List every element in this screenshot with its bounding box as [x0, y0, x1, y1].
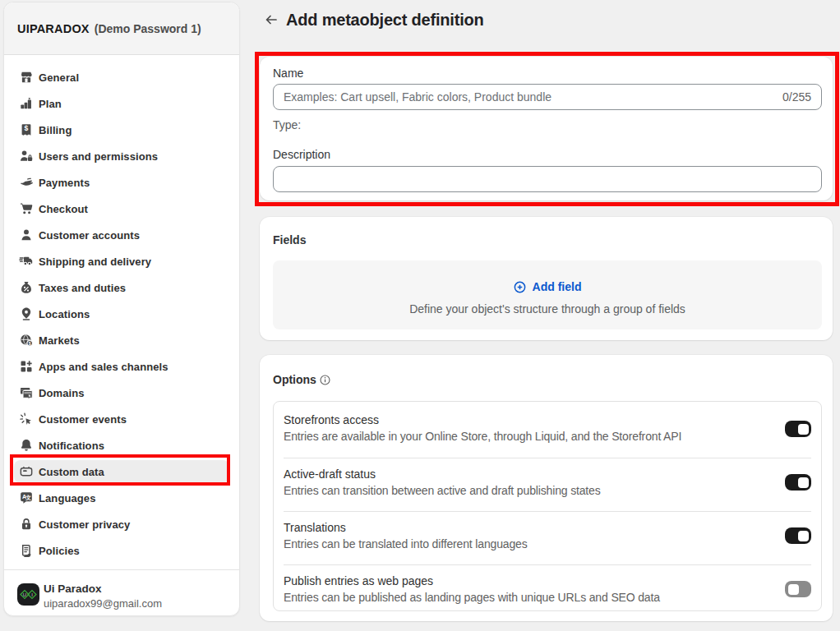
svg-text:文: 文: [25, 495, 31, 501]
svg-text:$: $: [29, 341, 31, 346]
svg-text:I: I: [31, 592, 33, 597]
svg-text:$: $: [25, 124, 29, 132]
svg-text:U: U: [23, 592, 26, 597]
